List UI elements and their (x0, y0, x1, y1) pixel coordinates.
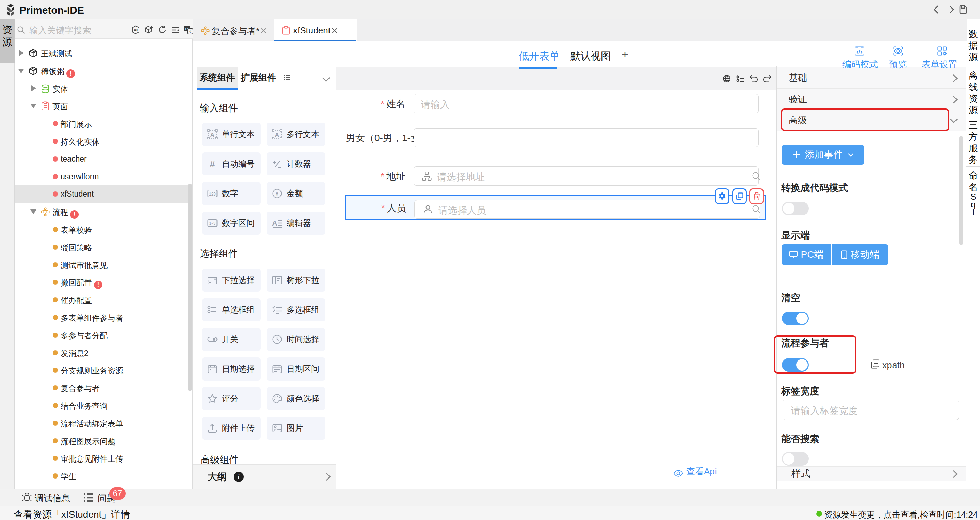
svg-text:A: A (272, 219, 277, 228)
svg-text:#: # (210, 159, 215, 169)
svg-text:123: 123 (209, 192, 216, 197)
svg-text:AI: AI (134, 28, 137, 32)
svg-text:1~3: 1~3 (209, 221, 216, 225)
svg-text:A: A (275, 132, 279, 138)
svg-text:¥: ¥ (276, 191, 279, 197)
svg-text:A: A (210, 132, 215, 138)
svg-text:文: 文 (189, 30, 192, 34)
